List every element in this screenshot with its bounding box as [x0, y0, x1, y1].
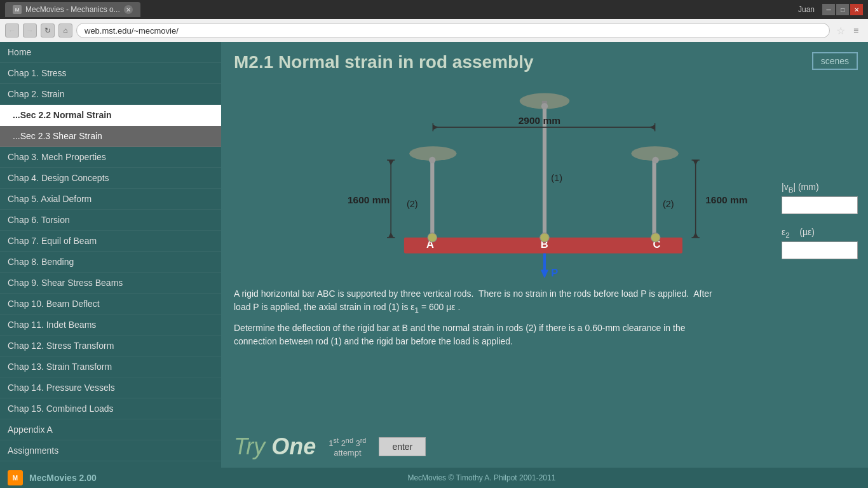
sidebar-item-chap9[interactable]: Chap 9. Shear Stress Beams [0, 273, 221, 294]
sidebar-item-appendixa[interactable]: Appendix A [0, 419, 221, 440]
pin-c [651, 233, 660, 242]
try-text: Try [234, 433, 271, 459]
bookmark-button[interactable]: ☆ [836, 25, 845, 37]
diagram-svg: A B C 2900 mm [234, 83, 855, 280]
maximize-button[interactable]: □ [836, 4, 849, 15]
label-rod1: (1) [551, 173, 562, 183]
input-group-e2: ε2 (µε) [782, 227, 858, 259]
sidebar-item-chap11[interactable]: Chap 11. Indet Beams [0, 315, 221, 336]
attempt-info: 1st 2nd 3rd attempt [329, 436, 366, 457]
diagram-area: A B C 2900 mm [234, 83, 855, 280]
label-rod2-right: (2) [663, 199, 674, 209]
home-button[interactable]: ⌂ [58, 24, 72, 37]
try-one-label: Try One [234, 433, 316, 460]
sidebar-item-sec23[interactable]: ...Sec 2.3 Shear Strain [0, 126, 221, 147]
url-text: web.mst.edu/~mecmovie/ [85, 26, 179, 36]
attempt-1st: 1st [329, 438, 339, 448]
sidebar: HomeChap 1. StressChap 2. Strain...Sec 2… [0, 42, 221, 468]
tab-title: MecMovies - Mechanics o... [25, 5, 120, 14]
input-group-vb: |vB| (mm) [782, 182, 858, 214]
arrow-left-bot [388, 233, 393, 238]
sidebar-item-chap6[interactable]: Chap 6. Torsion [0, 210, 221, 231]
reload-button[interactable]: ↻ [41, 24, 55, 37]
input-area: |vB| (mm) ε2 (µε) [782, 182, 858, 272]
user-label: Juan [798, 5, 815, 14]
forward-button[interactable]: → [23, 24, 37, 37]
enter-button[interactable]: enter [379, 437, 426, 456]
input-label-vb: |vB| (mm) [782, 182, 858, 194]
sidebar-item-chap15[interactable]: Chap 15. Combined Loads [0, 398, 221, 419]
browser-tab[interactable]: M MecMovies - Mechanics o... ✕ [5, 2, 140, 17]
sidebar-item-chap14[interactable]: Chap 14. Pressure Vessels [0, 377, 221, 398]
dim-left-label: 1600 mm [348, 194, 390, 205]
app-name: MecMovies 2.00 [29, 473, 97, 483]
settings-icon[interactable]: ≡ [849, 24, 863, 37]
attempt-2nd: 2nd [341, 438, 353, 448]
minimize-button[interactable]: ─ [822, 4, 835, 15]
arrow-top-left [433, 125, 438, 130]
label-rod2-left: (2) [407, 199, 418, 209]
address-bar[interactable]: web.mst.edu/~mecmovie/ [76, 23, 830, 38]
sidebar-item-chap1[interactable]: Chap 1. Stress [0, 63, 221, 84]
wall-mount-center [541, 103, 548, 109]
back-button[interactable]: ← [5, 24, 19, 37]
tab-favicon: M [13, 5, 22, 14]
rod2-left [430, 160, 434, 238]
arrow-right-top [693, 160, 698, 165]
scenes-button[interactable]: scenes [812, 52, 858, 70]
sidebar-item-chap7[interactable]: Chap 7. Equil of Beam [0, 231, 221, 252]
page-title: M2.1 Normal strain in rod assembly [234, 52, 855, 72]
sidebar-item-chap4[interactable]: Chap 4. Design Concepts [0, 168, 221, 189]
dim-top-label: 2900 mm [519, 115, 560, 126]
sidebar-item-chap3[interactable]: Chap 3. Mech Properties [0, 147, 221, 168]
rod2-right [652, 160, 656, 238]
input-e2[interactable] [782, 241, 858, 259]
arrow-top-right [649, 125, 654, 130]
force-arrowhead [541, 270, 548, 278]
sidebar-item-chap13[interactable]: Chap 13. Strain Transform [0, 356, 221, 377]
sidebar-item-chap5[interactable]: Chap 5. Axial Deform [0, 189, 221, 210]
sidebar-item-chap8[interactable]: Chap 8. Bending [0, 252, 221, 273]
sidebar-item-chap12[interactable]: Chap 12. Stress Transform [0, 336, 221, 356]
wall-mount-left [429, 157, 435, 163]
sidebar-item-home[interactable]: Home [0, 42, 221, 63]
wall-mount-right [652, 157, 658, 163]
attempt-label: attempt [334, 448, 361, 458]
arrow-left-top [388, 160, 393, 165]
sidebar-item-chap2[interactable]: Chap 2. Strain [0, 84, 221, 105]
problem-text-1: A rigid horizontal bar ABC is supported … [234, 287, 729, 315]
force-label: P [551, 267, 558, 279]
dim-right-label: 1600 mm [705, 194, 747, 205]
sidebar-item-sec22[interactable]: ...Sec 2.2 Normal Strain [0, 105, 221, 126]
app-logo: M [8, 470, 23, 485]
content-area: M2.1 Normal strain in rod assembly scene… [221, 42, 868, 468]
close-tab-button[interactable]: ✕ [124, 5, 133, 14]
copyright: MecMovies © Timothy A. Philpot 2001-2011 [407, 473, 555, 482]
pin-a [428, 233, 437, 242]
one-text: One [271, 433, 316, 459]
input-vb[interactable] [782, 196, 858, 214]
close-button[interactable]: ✕ [850, 4, 863, 15]
pin-b [540, 233, 549, 242]
arrow-right-bot [693, 233, 698, 238]
sidebar-item-assignments[interactable]: Assignments [0, 440, 221, 461]
problem-text-2: Determine the deflection of the rigid ba… [234, 322, 729, 348]
sidebar-item-chap10[interactable]: Chap 10. Beam Deflect [0, 294, 221, 315]
try-area: Try One 1st 2nd 3rd attempt enter [234, 433, 426, 460]
bottom-bar: M MecMovies 2.00 MecMovies © Timothy A. … [0, 468, 868, 488]
input-label-e2: ε2 (µε) [782, 227, 858, 239]
attempt-3rd: 3rd [356, 438, 367, 448]
